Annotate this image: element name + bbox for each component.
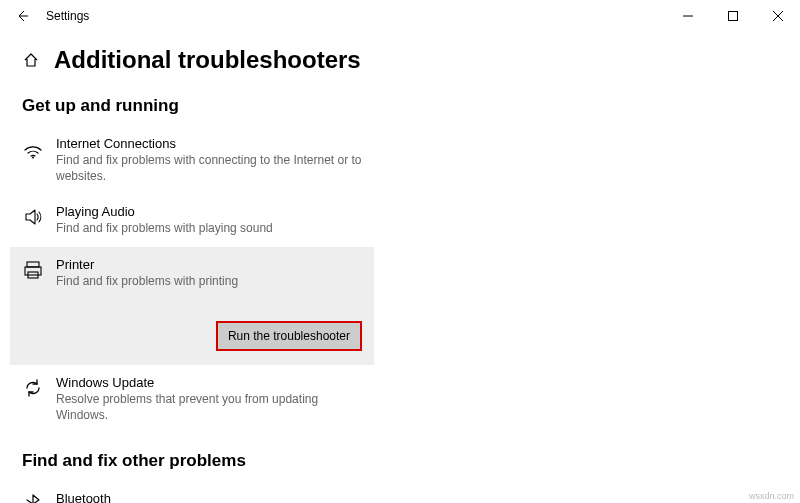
- close-icon: [773, 11, 783, 21]
- item-name: Printer: [56, 257, 362, 272]
- item-name: Windows Update: [56, 375, 362, 390]
- minimize-button[interactable]: [665, 2, 710, 30]
- other-list: Bluetooth Find and fix problems with Blu…: [10, 481, 778, 503]
- item-windows-update[interactable]: Windows Update Resolve problems that pre…: [10, 365, 374, 433]
- maximize-icon: [728, 11, 738, 21]
- titlebar: Settings: [0, 0, 800, 32]
- home-icon[interactable]: [22, 51, 40, 69]
- item-name: Bluetooth: [56, 491, 362, 503]
- wifi-icon: [22, 138, 44, 160]
- run-troubleshooter-button[interactable]: Run the troubleshooter: [216, 321, 362, 351]
- arrow-left-icon: [15, 9, 29, 23]
- maximize-button[interactable]: [710, 2, 755, 30]
- item-desc: Find and fix problems with printing: [56, 273, 362, 289]
- minimize-icon: [683, 11, 693, 21]
- section-find-and-fix: Find and fix other problems: [22, 451, 778, 471]
- item-desc: Resolve problems that prevent you from u…: [56, 391, 362, 423]
- item-name: Internet Connections: [56, 136, 362, 151]
- svg-rect-0: [728, 12, 737, 21]
- back-button[interactable]: [8, 2, 36, 30]
- svg-rect-2: [27, 262, 39, 267]
- printer-icon: [22, 259, 44, 281]
- window-title: Settings: [46, 9, 89, 23]
- speaker-icon: [22, 206, 44, 228]
- section-get-up-and-running: Get up and running: [22, 96, 778, 116]
- run-row: Run the troubleshooter: [22, 321, 362, 351]
- item-internet-connections[interactable]: Internet Connections Find and fix proble…: [10, 126, 374, 194]
- item-playing-audio[interactable]: Playing Audio Find and fix problems with…: [10, 194, 374, 246]
- troubleshooter-list: Internet Connections Find and fix proble…: [10, 126, 778, 433]
- page-title: Additional troubleshooters: [54, 46, 361, 74]
- svg-point-1: [32, 157, 34, 159]
- bluetooth-icon: [22, 493, 44, 503]
- item-bluetooth[interactable]: Bluetooth Find and fix problems with Blu…: [10, 481, 374, 503]
- item-desc: Find and fix problems with connecting to…: [56, 152, 362, 184]
- watermark: wsxdn.com: [749, 491, 794, 501]
- content-area: Additional troubleshooters Get up and ru…: [0, 46, 800, 503]
- svg-rect-3: [25, 267, 41, 275]
- item-name: Playing Audio: [56, 204, 362, 219]
- page-header: Additional troubleshooters: [22, 46, 778, 74]
- close-button[interactable]: [755, 2, 800, 30]
- item-printer[interactable]: Printer Find and fix problems with print…: [10, 247, 374, 365]
- item-desc: Find and fix problems with playing sound: [56, 220, 362, 236]
- update-icon: [22, 377, 44, 399]
